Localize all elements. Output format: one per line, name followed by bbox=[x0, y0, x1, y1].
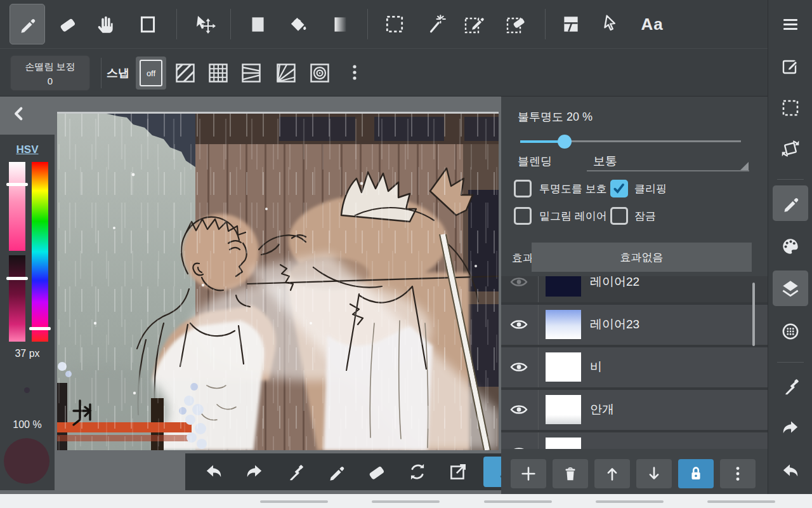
value-marker[interactable] bbox=[6, 277, 28, 280]
visibility-eye-icon[interactable] bbox=[509, 444, 528, 449]
redo-button[interactable] bbox=[239, 458, 270, 486]
gradient-tool-button[interactable] bbox=[322, 4, 358, 44]
select-eraser-tool-button[interactable] bbox=[499, 4, 534, 44]
vanishing-snap-button[interactable] bbox=[240, 62, 263, 84]
grid-snap-button[interactable] bbox=[207, 62, 230, 84]
undo-sidebar-button[interactable] bbox=[773, 453, 808, 489]
divide-panel-tool-button[interactable] bbox=[553, 4, 589, 44]
strip-handle[interactable] bbox=[372, 500, 440, 503]
eraser-quick-button[interactable] bbox=[361, 458, 393, 486]
delete-layer-button[interactable] bbox=[553, 459, 588, 488]
shape-fill-tool-button[interactable] bbox=[240, 4, 275, 44]
color-panel: HSV 37 px 100 % bbox=[0, 135, 55, 490]
visibility-eye-icon[interactable] bbox=[509, 402, 528, 417]
add-layer-button[interactable] bbox=[511, 459, 546, 488]
layer-row[interactable] bbox=[501, 432, 768, 449]
clipping-checkbox[interactable] bbox=[610, 180, 628, 197]
undo-button[interactable] bbox=[198, 458, 230, 486]
bucket-fill-tool-button[interactable] bbox=[280, 4, 316, 44]
layer-name: 레이어23 bbox=[590, 316, 639, 333]
new-edit-button[interactable] bbox=[773, 48, 808, 84]
strip-handle[interactable] bbox=[484, 500, 552, 503]
cursor-tool-button[interactable] bbox=[593, 4, 629, 44]
layer-row[interactable]: 레이어22 bbox=[501, 276, 768, 305]
frame-tool-button[interactable] bbox=[130, 4, 166, 44]
hue-marker[interactable] bbox=[29, 327, 51, 330]
radial-snap-button[interactable] bbox=[275, 62, 298, 84]
layers-panel-button[interactable] bbox=[773, 271, 808, 306]
saturation-marker[interactable] bbox=[6, 183, 28, 186]
drawing-canvas[interactable] bbox=[57, 112, 499, 450]
pen-panel-button[interactable] bbox=[773, 185, 808, 221]
hue-bar[interactable] bbox=[32, 162, 48, 342]
move-layer-down-button[interactable] bbox=[636, 459, 672, 488]
visibility-eye-icon[interactable] bbox=[509, 276, 528, 290]
layer-thumbnail bbox=[546, 438, 581, 449]
blending-dropdown-arrow[interactable] bbox=[740, 162, 749, 170]
current-color-swatch[interactable] bbox=[4, 438, 49, 484]
eraser-tool-button[interactable] bbox=[50, 4, 86, 44]
layer-row[interactable]: 비 bbox=[501, 347, 768, 390]
palette-button[interactable] bbox=[773, 229, 808, 264]
move-layer-up-button[interactable] bbox=[594, 459, 630, 488]
pen-tool-button[interactable] bbox=[10, 4, 45, 44]
layer-row[interactable]: 안개 bbox=[501, 390, 768, 432]
sidebar-divider bbox=[777, 179, 804, 180]
snap-off-button[interactable]: off bbox=[136, 57, 166, 90]
protect-alpha-checkbox[interactable] bbox=[514, 180, 532, 197]
concentric-snap-button[interactable] bbox=[308, 62, 331, 84]
select-eraser-icon bbox=[505, 13, 528, 36]
hand-tool-button[interactable] bbox=[88, 4, 124, 44]
stabilizer-button[interactable]: 손떨림 보정 0 bbox=[10, 55, 90, 91]
pen-quick-button[interactable] bbox=[320, 458, 352, 486]
opacity-slider[interactable] bbox=[520, 135, 741, 149]
rotate-reset-button[interactable] bbox=[402, 458, 433, 486]
saturation-bar[interactable] bbox=[9, 162, 25, 251]
strip-handle[interactable] bbox=[260, 500, 328, 503]
layer-name: 비 bbox=[590, 359, 602, 375]
effect-button[interactable]: 효과없음 bbox=[532, 243, 752, 272]
text-tool-button[interactable]: Aa bbox=[634, 4, 670, 44]
filled-square-icon bbox=[247, 13, 268, 35]
strip-handle[interactable] bbox=[596, 500, 664, 503]
open-in-new-button[interactable] bbox=[442, 458, 474, 486]
layer-options-panel: 불투명도 20 % 블렌딩 보통 투명도를 보호 클리핑 밑그림 레이어 bbox=[501, 97, 768, 494]
snap-label: 스냅 bbox=[107, 65, 129, 81]
lock-checkbox[interactable] bbox=[610, 207, 628, 225]
pen-icon bbox=[325, 461, 347, 483]
select-button[interactable] bbox=[773, 90, 808, 126]
collapse-left-panel-button[interactable] bbox=[11, 105, 28, 122]
move-icon bbox=[193, 13, 216, 36]
layer-menu-button[interactable] bbox=[720, 459, 756, 488]
eyedropper-sidebar-button[interactable] bbox=[773, 368, 808, 404]
rotate-view-button[interactable] bbox=[773, 131, 808, 166]
canvas-artwork bbox=[57, 114, 499, 450]
select-rect-tool-button[interactable] bbox=[377, 4, 412, 44]
grid-snap-icon bbox=[207, 62, 230, 84]
layer-thumbnail bbox=[546, 352, 581, 382]
strip-handle[interactable] bbox=[707, 500, 775, 503]
eyedropper-button[interactable] bbox=[279, 458, 311, 486]
rotate-view-icon bbox=[780, 138, 801, 159]
lock-layer-button[interactable] bbox=[678, 459, 714, 488]
main-sidebar bbox=[768, 0, 812, 494]
move-tool-button[interactable] bbox=[187, 4, 222, 44]
color-model-toggle[interactable]: HSV bbox=[0, 144, 55, 156]
blending-value[interactable]: 보통 bbox=[593, 153, 617, 170]
draft-layer-checkbox[interactable] bbox=[514, 207, 532, 225]
select-pen-tool-button[interactable] bbox=[457, 4, 492, 44]
layer-row[interactable]: 레이어23 bbox=[501, 305, 768, 347]
visibility-eye-icon[interactable] bbox=[509, 317, 528, 332]
snap-menu-button[interactable] bbox=[344, 63, 367, 86]
menu-button[interactable] bbox=[773, 6, 808, 42]
layers-scrollbar[interactable] bbox=[752, 283, 755, 346]
parallel-snap-button[interactable] bbox=[174, 62, 197, 84]
visibility-eye-icon[interactable] bbox=[509, 359, 528, 375]
opacity-slider-handle[interactable] bbox=[558, 135, 572, 149]
toolbar-divider bbox=[367, 9, 368, 39]
material-button[interactable] bbox=[773, 314, 808, 349]
magic-wand-tool-button[interactable] bbox=[419, 4, 454, 44]
value-bar[interactable] bbox=[9, 255, 25, 342]
hand-icon bbox=[95, 13, 117, 35]
redo-sidebar-button[interactable] bbox=[773, 410, 808, 446]
